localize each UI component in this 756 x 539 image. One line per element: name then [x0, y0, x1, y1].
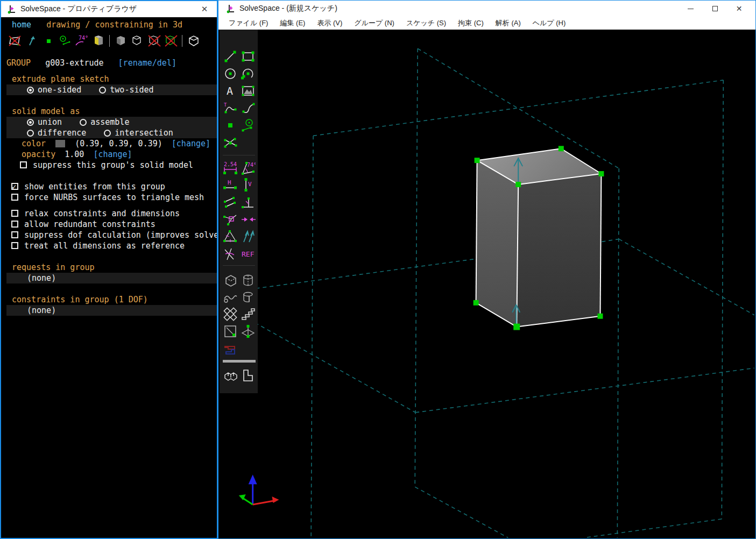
menu-constrain[interactable]: 拘束 (C)	[452, 17, 490, 30]
revolve-group-tool[interactable]	[241, 290, 256, 305]
shaded-view-icon[interactable]	[112, 34, 129, 48]
close-icon[interactable]: ✕	[727, 1, 751, 16]
suppress-solid-row[interactable]: suppress this group's solid model	[1, 160, 217, 171]
box-left-face[interactable]	[476, 160, 519, 327]
extrude-group-tool[interactable]	[223, 273, 238, 288]
radio-assemble[interactable]: assemble	[80, 117, 129, 127]
solvespace-logo-icon	[6, 4, 16, 14]
color-change-link[interactable]: [change]	[172, 139, 210, 148]
menu-edit[interactable]: 編集 (E)	[274, 17, 311, 30]
lathe-group-tool[interactable]	[241, 273, 256, 288]
point-on-curve-constraint-tool[interactable]	[223, 212, 238, 227]
menu-group[interactable]: グループ (N)	[348, 17, 400, 30]
checkbox-row[interactable]: show entities from this group	[1, 181, 217, 192]
reference-dimension-tool[interactable]: REF	[241, 246, 256, 261]
equal-constraint-tool[interactable]	[223, 229, 238, 244]
3d-viewport[interactable]: A T 2.54 74	[218, 30, 755, 538]
line-tool[interactable]	[223, 49, 238, 64]
close-icon[interactable]: ✕	[197, 4, 211, 14]
suppress-dof-checkbox[interactable]	[11, 231, 18, 238]
radio-intersection[interactable]: intersection	[104, 127, 173, 138]
rename-del-link[interactable]: [rename/del]	[118, 58, 176, 68]
radio-difference[interactable]: difference	[27, 127, 86, 138]
treat-reference-checkbox[interactable]	[11, 242, 18, 249]
bezier-tool[interactable]	[241, 101, 256, 116]
radio-two-sided[interactable]: two-sided	[99, 84, 153, 95]
other-angle-constraint-tool[interactable]	[223, 246, 238, 261]
hidden-lines-view-off-icon[interactable]	[162, 34, 179, 48]
tab-home[interactable]: home	[12, 20, 31, 30]
workplane-tool[interactable]	[241, 324, 256, 339]
radio-one-sided[interactable]: one-sided	[27, 84, 81, 95]
split-curves-tool[interactable]	[223, 135, 238, 150]
perpendicular-constraint-tool[interactable]	[241, 195, 256, 210]
show-dimensions-icon[interactable]: 74°	[73, 34, 90, 48]
angle-constraint-tool[interactable]: 74°	[241, 161, 256, 176]
rotate-group-tool[interactable]	[241, 307, 256, 322]
nearest-ortho-view-tool[interactable]	[241, 368, 256, 383]
checkbox-row[interactable]: suppress dof calculation (improves solve	[1, 230, 217, 240]
horizontal-constraint-tool[interactable]: H	[223, 178, 238, 193]
helix-group-tool[interactable]	[223, 290, 238, 305]
group-name: g003-extrude	[45, 58, 103, 68]
window-title: SolveSpace - プロパティブラウザ	[20, 4, 137, 14]
svg-text:V: V	[248, 181, 252, 188]
color-swatch[interactable]	[55, 140, 65, 147]
new-workplane-group-tool[interactable]	[223, 324, 238, 339]
menu-file[interactable]: ファイル (F)	[223, 17, 274, 30]
link-group-tool[interactable]	[223, 341, 238, 356]
workplane-yz-left-edge	[415, 48, 418, 487]
show-points-icon[interactable]	[40, 34, 56, 48]
parallel-constraint-tool[interactable]	[223, 195, 238, 210]
toolbar-separator	[223, 265, 255, 266]
checkbox-row[interactable]: relax constraints and dimensions	[1, 208, 217, 219]
toolbar-separator-bright	[223, 360, 256, 363]
show-constraints-icon[interactable]	[56, 34, 73, 48]
suppress-solid-checkbox[interactable]	[20, 161, 27, 168]
extrude-options-row: one-sided two-sided	[6, 84, 217, 95]
mesh-view-off-icon[interactable]	[146, 34, 162, 48]
scene-canvas[interactable]	[218, 30, 755, 538]
construction-tool[interactable]	[241, 118, 256, 133]
arc-tool[interactable]	[241, 66, 256, 81]
solid-box[interactable]	[476, 148, 602, 327]
oriented-same-constraint-tool[interactable]	[241, 229, 256, 244]
translate-group-tool[interactable]	[223, 307, 238, 322]
vertex-handle	[515, 182, 521, 187]
force-nurbs-checkbox[interactable]	[11, 194, 18, 201]
symmetric-constraint-tool[interactable]	[241, 212, 256, 227]
show-entities-checkbox[interactable]	[11, 183, 18, 190]
maximize-icon[interactable]	[703, 1, 727, 16]
nearest-iso-view-tool[interactable]	[223, 368, 238, 383]
vertical-constraint-tool[interactable]: V	[241, 178, 256, 193]
minimize-icon[interactable]	[679, 1, 703, 16]
main-window: SolveSpace - (新規スケッチ) ✕ ファイル (F) 編集 (E) …	[218, 0, 756, 539]
occluded-edges-view-icon[interactable]	[185, 34, 202, 48]
allow-redundant-checkbox[interactable]	[11, 221, 18, 228]
property-browser-titlebar[interactable]: SolveSpace - プロパティブラウザ ✕	[1, 1, 217, 17]
radio-union[interactable]: union	[27, 117, 62, 127]
distance-constraint-tool[interactable]: 2.54	[223, 161, 238, 176]
hide-workplanes-icon[interactable]	[6, 34, 23, 48]
menu-help[interactable]: ヘルプ (H)	[527, 17, 572, 30]
main-titlebar[interactable]: SolveSpace - (新規スケッチ) ✕	[218, 1, 755, 17]
box-front-face[interactable]	[517, 174, 601, 327]
circle-tool[interactable]	[223, 66, 238, 81]
show-normals-icon[interactable]	[23, 34, 40, 48]
opacity-change-link[interactable]: [change]	[93, 150, 132, 159]
checkbox-row[interactable]: treat all dimensions as reference	[1, 240, 217, 251]
edges-view-icon[interactable]	[129, 34, 146, 48]
checkbox-row[interactable]: allow redundant constraints	[1, 219, 217, 230]
menu-sketch[interactable]: スケッチ (S)	[400, 17, 452, 30]
relax-constraints-checkbox[interactable]	[11, 210, 18, 217]
text-tool[interactable]: A	[223, 83, 238, 98]
rectangle-tool[interactable]	[241, 49, 256, 64]
menu-analyze[interactable]: 解析 (A)	[490, 17, 527, 30]
solid-options-row2: difference intersection	[6, 127, 217, 138]
point-tool[interactable]	[223, 118, 238, 133]
show-shaded-faces-icon[interactable]	[90, 34, 107, 48]
checkbox-row[interactable]: force NURBS surfaces to triangle mesh	[1, 192, 217, 203]
image-tool[interactable]	[241, 83, 256, 98]
tangent-arc-tool[interactable]: T	[223, 101, 238, 116]
menu-view[interactable]: 表示 (V)	[311, 17, 348, 30]
